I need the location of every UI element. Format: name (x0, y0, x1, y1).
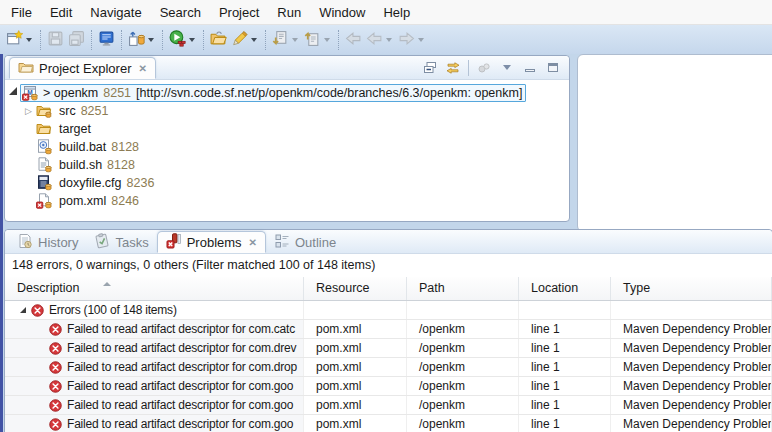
close-icon[interactable] (247, 237, 257, 248)
tree-item-pom-xml[interactable]: pom.xml 8246 (5, 192, 569, 210)
problems-table: Description Resource Path Location Type … (5, 277, 772, 432)
maximize-icon (548, 63, 558, 72)
error-icon (49, 399, 62, 412)
problem-row[interactable]: Failed to read artifact descriptor for c… (5, 396, 772, 415)
open-console-button[interactable] (96, 28, 117, 52)
save-button[interactable] (45, 28, 66, 52)
highlight-pen-dropdown[interactable] (251, 38, 257, 45)
run-button[interactable] (167, 28, 199, 52)
focus-on-active-task-button[interactable] (476, 60, 492, 76)
forward-dropdown[interactable] (418, 38, 424, 45)
forward-button[interactable] (396, 28, 428, 52)
editor-area (577, 54, 772, 232)
problem-row[interactable]: Failed to read artifact descriptor for c… (5, 358, 772, 377)
menu-search[interactable]: Search (151, 2, 210, 23)
problem-description: Failed to read artifact descriptor for c… (67, 415, 293, 432)
menu-file[interactable]: File (2, 2, 41, 23)
svn-revision: 8246 (111, 194, 139, 208)
problem-path: /openkm (407, 396, 519, 414)
project-tree: M > openkm 8251 [http://svn.code.sf.net/… (5, 80, 569, 210)
expander-icon[interactable] (5, 88, 20, 98)
tab-problems[interactable]: Problems (157, 231, 266, 253)
outline-icon (274, 233, 290, 252)
menu-bar: File Edit Navigate Search Project Run Wi… (0, 0, 772, 25)
highlight-pen-button[interactable] (229, 28, 261, 52)
window-left-edge (0, 54, 3, 432)
problem-resource: pom.xml (304, 358, 407, 376)
save-all-icon (68, 30, 85, 50)
problem-row[interactable]: Failed to read artifact descriptor for c… (5, 377, 772, 396)
history-icon (17, 233, 33, 252)
menu-run[interactable]: Run (268, 2, 310, 23)
expander-icon[interactable] (21, 106, 36, 116)
open-folder-button[interactable] (208, 28, 229, 52)
tab-tasks[interactable]: Tasks (86, 231, 156, 253)
menu-project[interactable]: Project (210, 2, 268, 23)
error-icon (49, 380, 62, 393)
new-wizard-button[interactable] (4, 28, 36, 52)
problems-group-row-errors[interactable]: Errors (100 of 148 items) (5, 301, 772, 320)
save-all-button[interactable] (66, 28, 87, 52)
close-icon[interactable] (136, 63, 146, 74)
problem-location: line 1 (519, 396, 611, 414)
synchronize-dropdown[interactable] (148, 38, 154, 45)
svn-url-decoration: [http://svn.code.sf.net/p/openkm/code/br… (136, 86, 522, 100)
problem-path: /openkm (407, 358, 519, 376)
tree-item-src[interactable]: src 8251 (5, 102, 569, 120)
menu-window[interactable]: Window (310, 2, 374, 23)
expander-icon[interactable] (15, 301, 31, 319)
next-annotation-button[interactable] (270, 28, 302, 52)
tab-project-explorer[interactable]: Project Explorer (9, 57, 156, 79)
view-menu-button[interactable] (499, 60, 515, 76)
next-annotation-dropdown[interactable] (292, 38, 298, 45)
project-explorer-tabbar: Project Explorer (5, 56, 569, 80)
menu-navigate[interactable]: Navigate (81, 2, 150, 23)
column-header-type[interactable]: Type (611, 277, 772, 300)
column-header-path[interactable]: Path (407, 277, 519, 300)
tab-label: History (38, 235, 78, 250)
svn-revision: 8128 (107, 158, 135, 172)
tree-item-target[interactable]: target (5, 120, 569, 138)
column-header-location[interactable]: Location (519, 277, 611, 300)
back-button[interactable] (364, 28, 396, 52)
menu-edit[interactable]: Edit (41, 2, 81, 23)
tree-item-build-sh[interactable]: build.sh 8128 (5, 156, 569, 174)
minimize-button[interactable] (522, 60, 538, 76)
tab-label: Outline (295, 235, 336, 250)
next-annotation-icon (272, 30, 289, 50)
previous-annotation-button[interactable] (302, 28, 334, 52)
problem-path: /openkm (407, 339, 519, 357)
link-with-editor-button[interactable] (445, 60, 461, 76)
tree-item-openkm[interactable]: M > openkm 8251 [http://svn.code.sf.net/… (5, 84, 569, 102)
tab-outline[interactable]: Outline (266, 231, 344, 253)
back-dropdown[interactable] (386, 38, 392, 45)
menu-help[interactable]: Help (374, 2, 419, 23)
column-header-description[interactable]: Description (5, 277, 304, 300)
tree-item-label: pom.xml (59, 194, 106, 208)
new-wizard-dropdown[interactable] (26, 38, 32, 45)
collapse-all-button[interactable] (422, 60, 438, 76)
problem-location: line 1 (519, 320, 611, 338)
maximize-button[interactable] (545, 60, 561, 76)
forward-icon (398, 30, 415, 50)
problem-resource: pom.xml (304, 377, 407, 395)
tab-history[interactable]: History (9, 231, 86, 253)
console-icon (98, 30, 115, 50)
column-header-resource[interactable]: Resource (304, 277, 407, 300)
tree-item-doxyfile-cfg[interactable]: doxyfile.cfg 8236 (5, 174, 569, 192)
problem-path: /openkm (407, 377, 519, 395)
tree-item-build-bat[interactable]: build.bat 8128 (5, 138, 569, 156)
problem-description: Failed to read artifact descriptor for c… (67, 396, 293, 414)
last-edit-location-button[interactable] (343, 28, 364, 52)
problem-row[interactable]: Failed to read artifact descriptor for c… (5, 415, 772, 432)
previous-annotation-dropdown[interactable] (324, 38, 330, 45)
xml-file-icon (36, 193, 53, 209)
error-icon (49, 323, 62, 336)
problem-type: Maven Dependency Problem (611, 377, 772, 395)
tab-label: Problems (187, 235, 242, 250)
synchronize-button[interactable] (126, 28, 158, 52)
run-dropdown[interactable] (189, 38, 195, 45)
problem-row[interactable]: Failed to read artifact descriptor for c… (5, 339, 772, 358)
svn-revision: 8128 (111, 140, 139, 154)
problem-row[interactable]: Failed to read artifact descriptor for c… (5, 320, 772, 339)
